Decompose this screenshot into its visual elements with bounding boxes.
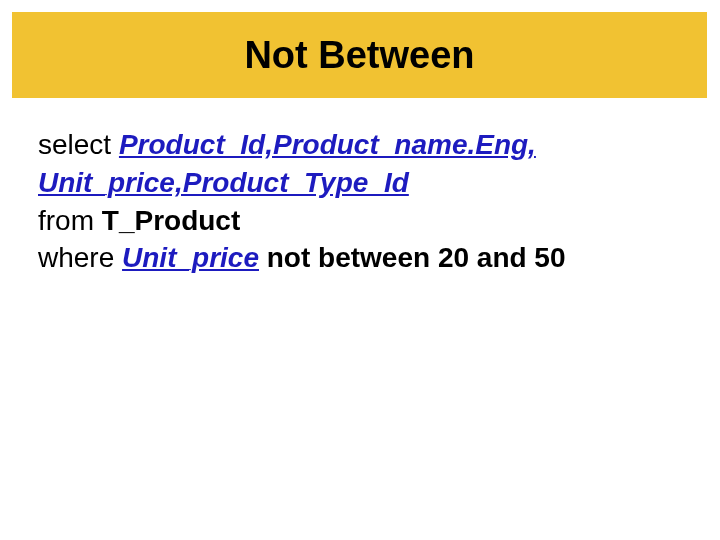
- select-keyword: select: [38, 129, 119, 160]
- from-keyword: from: [38, 205, 102, 236]
- table-name: T_Product: [102, 205, 240, 236]
- sql-block: select Product_Id,Product_name.Eng, Unit…: [0, 98, 720, 277]
- title-bar: Not Between: [12, 12, 707, 98]
- slide-title: Not Between: [244, 34, 474, 77]
- where-condition: not between 20 and 50: [259, 242, 566, 273]
- where-column: Unit_price: [122, 242, 259, 273]
- where-keyword: where: [38, 242, 122, 273]
